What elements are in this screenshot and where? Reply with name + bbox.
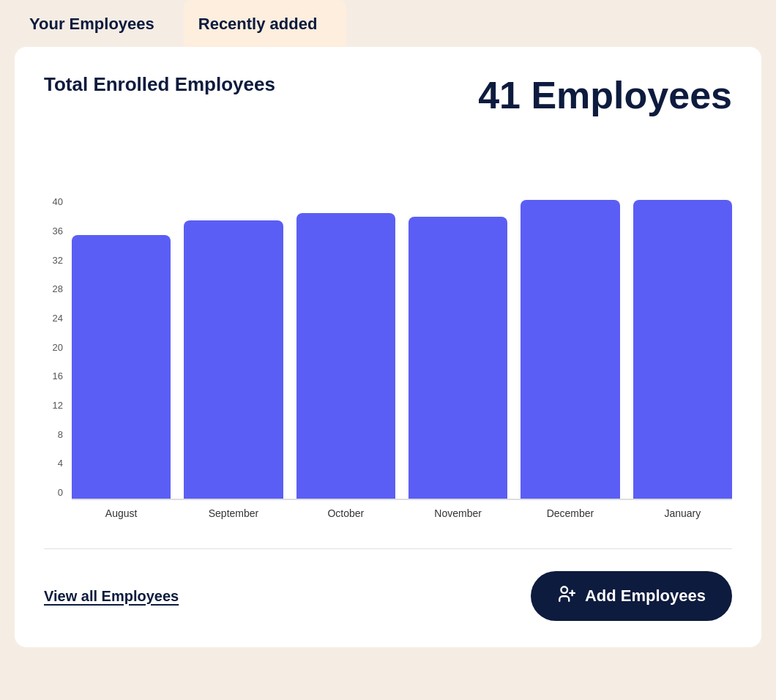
bar-col (296, 200, 395, 499)
total-enrolled-label: Total Enrolled Employees (44, 73, 275, 96)
chart-area: 0481216202428323640 AugustSeptemberOctob… (44, 139, 732, 519)
tab-your-employees[interactable]: Your Employees (15, 0, 184, 47)
bar-col (408, 200, 507, 499)
chart-container: 0481216202428323640 AugustSeptemberOctob… (44, 139, 732, 519)
add-employees-icon (557, 584, 576, 608)
x-labels-row: AugustSeptemberOctoberNovemberDecemberJa… (72, 507, 732, 519)
y-axis-label: 4 (58, 458, 63, 468)
y-axis-label: 32 (53, 256, 63, 265)
bar-november (408, 217, 507, 499)
y-axis-label: 24 (53, 313, 63, 323)
total-count-value: 41 Employees (478, 73, 732, 117)
divider (44, 548, 732, 549)
x-label-october: October (296, 507, 395, 519)
tab-recently-added-label: Recently added (198, 15, 318, 33)
footer-row: View all Employees Add Employees (44, 571, 732, 621)
card-header: Total Enrolled Employees 41 Employees (44, 73, 732, 117)
y-axis-label: 8 (58, 430, 63, 439)
bar-col (184, 200, 283, 499)
y-axis-label: 28 (53, 284, 63, 294)
tab-recently-added[interactable]: Recently added (184, 0, 347, 47)
y-axis-label: 36 (53, 226, 63, 236)
x-label-december: December (521, 507, 619, 519)
y-axis: 0481216202428323640 (44, 197, 72, 519)
bar-december (521, 200, 619, 499)
bar-col (633, 200, 732, 499)
main-card: Total Enrolled Employees 41 Employees 04… (15, 47, 761, 647)
bar-october (296, 213, 395, 499)
outer-wrapper: Your Employees Recently added Total Enro… (0, 0, 776, 662)
bar-september (184, 220, 283, 499)
bar-col (521, 200, 619, 499)
bars-area: AugustSeptemberOctoberNovemberDecemberJa… (72, 200, 732, 519)
bars-row (72, 200, 732, 500)
bar-august (72, 235, 171, 499)
view-all-link[interactable]: View all Employees (44, 588, 179, 605)
y-axis-label: 40 (53, 197, 63, 206)
add-employees-button[interactable]: Add Employees (531, 571, 732, 621)
add-employees-label: Add Employees (585, 587, 706, 606)
y-axis-label: 20 (53, 343, 63, 352)
bar-col (72, 200, 171, 499)
y-axis-label: 0 (58, 488, 63, 497)
svg-point-0 (561, 587, 567, 593)
bar-january (633, 200, 732, 499)
x-label-august: August (72, 507, 171, 519)
x-label-january: January (633, 507, 732, 519)
y-axis-label: 12 (53, 401, 63, 410)
tabs-row: Your Employees Recently added (15, 0, 761, 47)
y-axis-label: 16 (53, 371, 63, 381)
x-label-september: September (184, 507, 283, 519)
tab-your-employees-label: Your Employees (29, 15, 154, 33)
x-label-november: November (408, 507, 507, 519)
